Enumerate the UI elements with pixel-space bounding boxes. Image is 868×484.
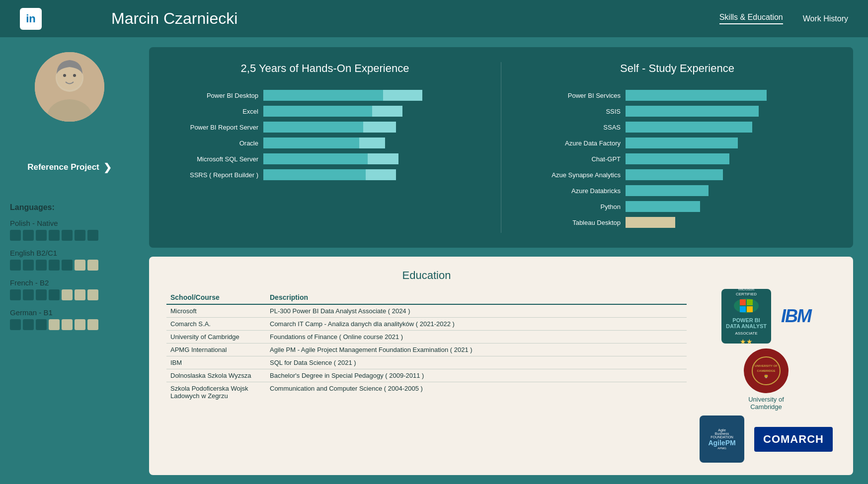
bar-accent (372, 106, 402, 117)
bar-accent (383, 90, 422, 101)
school-cell: IBM (166, 356, 266, 369)
language-german-label: German - B1 (10, 308, 139, 317)
table-row: APMG International Agile PM - Agile Proj… (166, 344, 687, 356)
language-english-label: English B2/C1 (10, 249, 139, 257)
bar-row-python: Python (521, 201, 833, 212)
svg-text:CAMBRIDGE: CAMBRIDGE (757, 369, 776, 372)
cambridge-badge: UNIVERSITY OF CAMBRIDGE 🦁 (744, 348, 789, 393)
school-cell: University of Cambridge (166, 331, 266, 344)
dot (75, 289, 85, 300)
bar-label: Chat-GPT (521, 155, 621, 163)
svg-rect-7 (747, 299, 753, 305)
badges-section: Microsoft CERTIFIED PO (697, 269, 836, 463)
bar-row-chatgpt: Chat-GPT (521, 153, 833, 164)
dot (62, 260, 73, 271)
education-panel: Education School/Course Description Micr… (149, 257, 853, 475)
header: in Marcin Czarniecki Skills & Education … (0, 0, 868, 37)
skills-chart-panel: 2,5 Years of Hands-On Experience Power B… (149, 47, 853, 248)
bar-track (626, 90, 833, 101)
main-layout: Reference Project ❯ Languages: Polish - … (0, 37, 868, 484)
bar-label: Python (521, 203, 621, 210)
bar-label: Oracle (169, 139, 258, 147)
dot (75, 230, 85, 241)
avatar (35, 52, 104, 122)
bar-row-databricks: Azure Databricks (521, 185, 833, 196)
nav-work-history[interactable]: Work History (803, 14, 848, 23)
nav-skills-education[interactable]: Skills & Education (719, 13, 783, 24)
badges-row-top: Microsoft CERTIFIED PO (697, 289, 836, 344)
dot (36, 230, 47, 241)
table-header-row: School/Course Description (166, 291, 687, 304)
dot (62, 289, 73, 300)
bar-track (626, 153, 833, 164)
bar-track (626, 169, 833, 180)
bar-bg (626, 217, 675, 228)
dot (62, 319, 73, 330)
bar-track (263, 106, 481, 117)
agile-badge: Agile Business FOUNDATION AgilePM APMG (700, 415, 744, 463)
bar-accent (363, 122, 396, 133)
agile-badge-main: AgilePM (708, 439, 735, 447)
linkedin-icon[interactable]: in (20, 8, 42, 30)
hands-on-title: 2,5 Years of Hands-On Experience (169, 62, 481, 75)
bar-track (626, 217, 833, 228)
table-row: University of Cambridge Foundations of F… (166, 331, 687, 344)
bar-label: SSRS ( Report Builder ) (169, 171, 258, 179)
bar-accent (366, 169, 396, 180)
bar-label: Azure Data Factory (521, 139, 621, 147)
bar-track (263, 90, 481, 101)
dot (10, 230, 21, 241)
education-table: School/Course Description Microsoft PL-3… (166, 291, 687, 402)
language-french-dots (10, 289, 139, 300)
ms-badge-title: Microsoft CERTIFIED (736, 287, 757, 296)
bar-label: Power BI Services (521, 92, 621, 99)
language-french-label: French - B2 (10, 278, 139, 287)
school-cell: Comarch S.A. (166, 318, 266, 331)
bar-bg (626, 106, 759, 117)
badges-row-middle: UNIVERSITY OF CAMBRIDGE 🦁 University ofC… (697, 348, 836, 411)
dot (10, 319, 21, 330)
bar-track (626, 201, 833, 212)
bar-accent (368, 153, 398, 164)
bar-track (626, 122, 833, 133)
bar-label: Azue Synapse Analytics (521, 171, 621, 179)
reference-project[interactable]: Reference Project ❯ (27, 161, 112, 173)
bar-row-oracle: Oracle (169, 138, 481, 148)
dot (23, 319, 34, 330)
dot (36, 260, 47, 271)
dot (49, 260, 60, 271)
ibm-logo: IBM (781, 306, 811, 327)
bar-row-power-bi-report-server: Power BI Report Server (169, 122, 481, 133)
dot (87, 289, 98, 300)
bar-row-azure-data-factory: Azure Data Factory (521, 138, 833, 148)
dot (10, 260, 21, 271)
bar-bg (626, 90, 767, 101)
ms-badge-main: POWER BI DATA ANALYST (726, 317, 767, 329)
bar-bg (626, 153, 729, 164)
education-title: Education (166, 269, 687, 282)
bar-bg (626, 201, 700, 212)
bar-track (263, 169, 481, 180)
svg-point-5 (73, 74, 76, 77)
bar-track (626, 106, 833, 117)
bar-track (626, 185, 833, 196)
bar-label: Power BI Report Server (169, 124, 258, 131)
school-cell: APMG International (166, 344, 266, 356)
bar-label: Azure Databricks (521, 187, 621, 195)
bar-track (626, 138, 833, 148)
ms-badge-sub: ASSOCIATE (735, 331, 757, 336)
bar-row-tableau: Tableau Desktop (521, 217, 833, 228)
language-french: French - B2 (10, 278, 139, 300)
dot (75, 260, 85, 271)
svg-rect-8 (740, 306, 746, 312)
hands-on-chart: 2,5 Years of Hands-On Experience Power B… (169, 62, 481, 233)
bar-row-mssql: Microsoft SQL Server (169, 153, 481, 164)
badges-row-bottom: Agile Business FOUNDATION AgilePM APMG C… (697, 415, 836, 463)
svg-point-4 (63, 74, 66, 77)
description-cell: SQL for Data Science ( 2021 ) (266, 356, 687, 369)
language-polish-label: Polish - Native (10, 219, 139, 227)
dot (87, 230, 98, 241)
languages-title: Languages: (10, 203, 139, 212)
svg-rect-9 (747, 306, 753, 312)
language-german: German - B1 (10, 308, 139, 330)
